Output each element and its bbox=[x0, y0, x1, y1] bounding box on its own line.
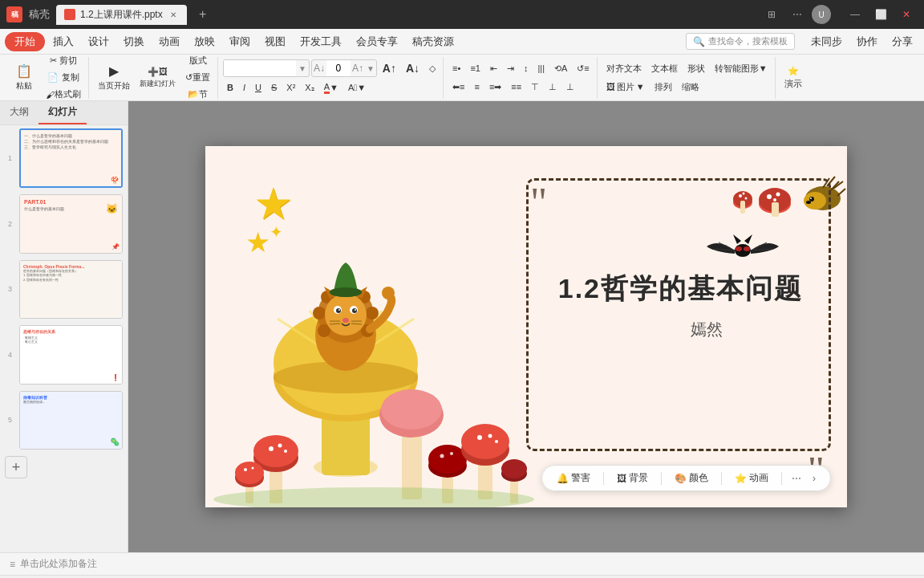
font-size-increase-btn[interactable]: A↑ bbox=[351, 63, 365, 74]
bold-button[interactable]: B bbox=[223, 79, 237, 96]
slide-thumb-1[interactable]: 一、什么是哲学的基本问题 二、为什么思维和存在的关系是哲学的基本问题 三、哲学研… bbox=[19, 128, 123, 188]
notes-placeholder[interactable]: 单击此处添加备注 bbox=[20, 557, 97, 571]
menu-insert[interactable]: 插入 bbox=[47, 31, 80, 52]
slide-thumb-2[interactable]: PART.01 什么是哲学的基本问题 🐱 📌 bbox=[19, 194, 123, 253]
menu-slideshow[interactable]: 放映 bbox=[188, 31, 221, 52]
slides-tab[interactable]: 幻灯片 bbox=[38, 101, 87, 124]
file-tab[interactable]: 1.2上课用课件.pptx ✕ bbox=[56, 5, 187, 25]
menu-review[interactable]: 审阅 bbox=[223, 31, 257, 52]
new-slide-button[interactable]: ➕🖼 新建幻灯片 bbox=[136, 60, 180, 96]
font-color-button[interactable]: A▼ bbox=[320, 79, 342, 96]
menu-design[interactable]: 设计 bbox=[82, 31, 116, 52]
thumbnail-button[interactable]: 缩略 bbox=[678, 79, 703, 95]
picture-button[interactable]: 🖼 图片▼ bbox=[602, 79, 649, 95]
menu-animation[interactable]: 动画 bbox=[152, 31, 186, 52]
animation-button[interactable]: ⭐ 演示 bbox=[780, 60, 806, 96]
font-size-up-button[interactable]: A↑ bbox=[379, 60, 400, 76]
sync-button[interactable]: 未同步 bbox=[804, 31, 849, 52]
strikethrough-button[interactable]: S bbox=[267, 79, 281, 96]
float-color-button[interactable]: 🎨 颜色 bbox=[668, 469, 715, 487]
slide-2-container: 2 PART.01 什么是哲学的基本问题 🐱 📌 bbox=[0, 191, 128, 256]
line-height-button[interactable]: ↕ bbox=[520, 60, 533, 76]
close-tab-button[interactable]: ✕ bbox=[168, 9, 179, 20]
cut-button[interactable]: ✂ 剪切 bbox=[42, 55, 85, 69]
float-more-button[interactable]: ⋯ bbox=[788, 470, 804, 486]
slide-main-title: 1.2哲学的基本问题 bbox=[558, 271, 803, 307]
menu-premium[interactable]: 会员专享 bbox=[350, 31, 404, 52]
float-warning-button[interactable]: 🔔 警害 bbox=[550, 469, 597, 487]
align-right-button[interactable]: ≡➡ bbox=[485, 79, 505, 95]
share-button[interactable]: 分享 bbox=[886, 31, 919, 52]
add-tab-button[interactable]: + bbox=[193, 5, 213, 24]
user-avatar[interactable]: U bbox=[812, 5, 831, 24]
font-size-arrow[interactable]: ▼ bbox=[365, 64, 376, 73]
text-highlight-button[interactable]: A⃝▼ bbox=[344, 79, 370, 96]
align-left-button[interactable]: ⬅≡ bbox=[448, 79, 468, 95]
svg-marker-24 bbox=[744, 234, 752, 244]
italic-button[interactable]: I bbox=[239, 79, 249, 96]
file-tab-icon bbox=[64, 9, 75, 20]
float-animation-button[interactable]: ⭐ 动画 bbox=[728, 469, 775, 487]
column-button[interactable]: ||| bbox=[533, 60, 549, 76]
paste-button[interactable]: 📋 粘贴 bbox=[8, 60, 40, 96]
section-button[interactable]: 📂 节 bbox=[181, 87, 214, 102]
font-size-selector[interactable]: A↓ A↑ ▼ bbox=[311, 59, 377, 77]
text-direction-button[interactable]: ⟲A bbox=[550, 60, 571, 76]
arrange-button[interactable]: 排列 bbox=[650, 79, 676, 95]
menu-view[interactable]: 视图 bbox=[258, 31, 292, 52]
decrease-indent-button[interactable]: ⇤ bbox=[486, 60, 501, 76]
copy-button[interactable]: 📄 复制 bbox=[42, 70, 85, 86]
font-size-down-button[interactable]: A↓ bbox=[402, 60, 424, 76]
notes-bar[interactable]: ≡ 单击此处添加备注 bbox=[0, 552, 924, 575]
layout-toggle-button[interactable]: ⊞ bbox=[760, 3, 783, 26]
svg-point-76 bbox=[313, 307, 326, 320]
superscript-button[interactable]: X² bbox=[282, 79, 299, 96]
collab-button[interactable]: 协作 bbox=[850, 31, 884, 52]
smart-shape-button[interactable]: 转智能图形▼ bbox=[711, 60, 772, 76]
slide-thumb-3[interactable]: Christoph. Opus Praxis Forma... 哲学的基本问题（… bbox=[19, 260, 123, 319]
float-background-button[interactable]: 🖼 背景 bbox=[610, 469, 654, 487]
font-name-arrow[interactable]: ▼ bbox=[296, 64, 309, 73]
float-next-button[interactable]: › bbox=[806, 470, 822, 486]
align-bottom-button[interactable]: ⊥ bbox=[562, 79, 578, 95]
font-name-input[interactable] bbox=[224, 60, 296, 76]
para-row2: ⬅≡ ≡ ≡➡ ≡≡ ⊤ ⊥ ⊥ bbox=[448, 79, 578, 95]
reset-button[interactable]: ↺ 重置 bbox=[181, 70, 214, 86]
align-text-button[interactable]: 对齐文本 bbox=[602, 60, 646, 76]
search-bar[interactable]: 🔍 查找命令，搜索模板 bbox=[686, 33, 795, 50]
align-center-button[interactable]: ≡ bbox=[471, 79, 484, 95]
textbox-button[interactable]: 文本框 bbox=[647, 60, 682, 76]
font-size-decrease-btn[interactable]: A↓ bbox=[312, 63, 326, 74]
align-middle-button[interactable]: ⊥ bbox=[545, 79, 561, 95]
slide-start-button[interactable]: ▶ 当页开始 bbox=[94, 60, 134, 96]
align-justify-button[interactable]: ≡≡ bbox=[507, 79, 525, 95]
menu-transition[interactable]: 切换 bbox=[117, 31, 151, 52]
menu-start[interactable]: 开始 bbox=[5, 32, 45, 51]
clear-format-button[interactable]: ◇ bbox=[425, 60, 440, 76]
smart-convert-button[interactable]: ↺≡ bbox=[573, 60, 593, 76]
align-top-button[interactable]: ⊤ bbox=[527, 79, 543, 95]
new-slide-icon: ➕🖼 bbox=[148, 67, 168, 77]
outline-tab[interactable]: 大纲 bbox=[0, 101, 38, 124]
format-painter-button[interactable]: 🖌 格式刷 bbox=[42, 87, 85, 102]
bullet-list-button[interactable]: ≡• bbox=[448, 60, 464, 76]
menu-dev[interactable]: 开发工具 bbox=[294, 31, 348, 52]
minimize-button[interactable]: — bbox=[844, 3, 866, 26]
numbered-list-button[interactable]: ≡1 bbox=[466, 60, 484, 76]
menu-resources[interactable]: 稿壳资源 bbox=[406, 31, 460, 52]
add-slide-button[interactable]: + bbox=[5, 456, 27, 478]
font-name-selector[interactable]: ▼ bbox=[223, 59, 310, 77]
font-size-input[interactable] bbox=[326, 60, 351, 76]
canvas-area[interactable]: ★ ★ ✦ bbox=[128, 101, 924, 552]
shape-button[interactable]: 形状 bbox=[683, 60, 709, 76]
slide-thumb-5[interactable]: 病毒知识科普 微生物的组成... 🦠 bbox=[19, 391, 123, 450]
slide-1-num: 1 bbox=[2, 154, 12, 162]
underline-button[interactable]: U bbox=[251, 79, 265, 96]
subscript-button[interactable]: X₂ bbox=[301, 79, 318, 96]
slide-thumb-4[interactable]: 思维与存在的关系 · 唯物主义 · 唯心主义 ❗ bbox=[19, 325, 123, 384]
layout-button[interactable]: 版式 bbox=[181, 55, 214, 69]
increase-indent-button[interactable]: ⇥ bbox=[503, 60, 518, 76]
apps-button[interactable]: ⋯ bbox=[786, 3, 808, 26]
close-window-button[interactable]: ✕ bbox=[895, 3, 918, 26]
maximize-button[interactable]: ⬜ bbox=[869, 3, 892, 26]
